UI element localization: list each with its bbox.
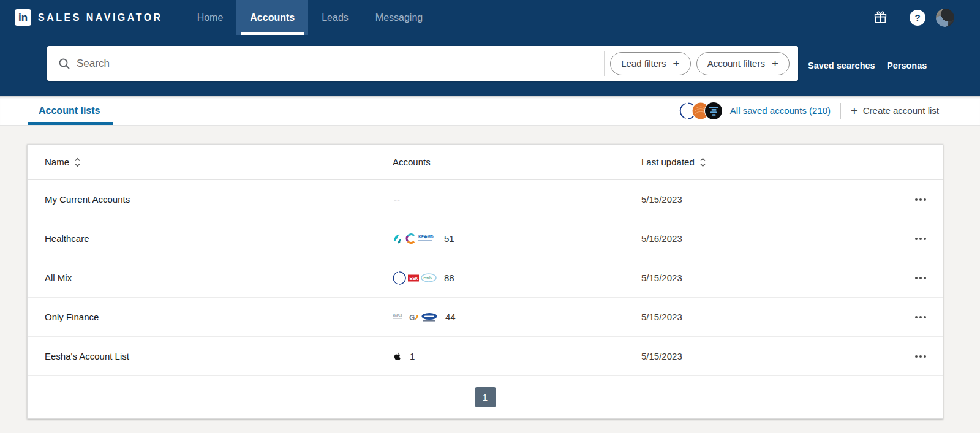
svg-text:G: G — [409, 313, 415, 322]
account-logos — [393, 351, 402, 361]
multicolor-c-logo — [405, 233, 417, 244]
account-lists-table: Name Accounts Last updated My Current Ac… — [27, 144, 943, 419]
account-filters-button[interactable]: Account filters + — [696, 52, 790, 75]
accounts-count: 51 — [444, 233, 454, 244]
nav-item-leads[interactable]: Leads — [308, 0, 362, 35]
svg-text:eads: eads — [424, 276, 433, 280]
ellipsis-dot — [919, 355, 922, 358]
ellipsis-dot — [924, 238, 926, 240]
search-card: Lead filters + Account filters + — [47, 46, 798, 81]
g-orange-logo: G — [409, 312, 419, 322]
account-list-name[interactable]: All Mix — [28, 273, 393, 283]
tabbar-actions: All saved accounts (210) + Create accoun… — [679, 96, 939, 125]
column-header-last-updated: Last updated — [641, 157, 901, 167]
create-account-list-button[interactable]: + Create account list — [851, 105, 939, 117]
account-lists-tabbar: Account lists All saved accounts (210) +… — [0, 96, 980, 126]
ellipsis-dot — [919, 277, 922, 279]
ellipsis-dot — [919, 198, 922, 201]
saved-searches-link[interactable]: Saved searches — [808, 61, 875, 70]
ellipsis-dot — [919, 316, 922, 318]
last-updated-date: 5/15/2023 — [641, 273, 901, 283]
lead-filters-label: Lead filters — [621, 58, 666, 69]
accounts-count: -- — [394, 194, 400, 205]
table-row[interactable]: All MixESKeads885/15/2023 — [28, 258, 943, 298]
lead-filters-button[interactable]: Lead filters + — [610, 52, 690, 75]
last-updated-header-label: Last updated — [641, 157, 695, 167]
ellipsis-dot — [924, 355, 926, 358]
page-1-button[interactable]: 1 — [475, 387, 496, 407]
ellipsis-dot — [915, 316, 918, 318]
accounts-count: 44 — [445, 312, 456, 322]
brand-title: SALES NAVIGATOR — [38, 12, 163, 23]
menu-cell — [901, 314, 943, 321]
plus-icon: + — [772, 58, 778, 69]
accounts-cell: MAPLEG44 — [393, 312, 641, 322]
gray-text-logo: MAPLE — [393, 314, 407, 321]
accounts-cell: ESKeads88 — [393, 271, 641, 285]
account-list-name[interactable]: My Current Accounts — [28, 194, 393, 205]
row-overflow-menu-button[interactable] — [914, 353, 927, 360]
row-overflow-menu-button[interactable] — [914, 196, 927, 203]
account-list-name[interactable]: Eesha's Account List — [28, 351, 393, 361]
sort-icon — [699, 157, 706, 167]
blue-pattern-logo — [393, 271, 406, 285]
nav-item-accounts[interactable]: Accounts — [236, 0, 308, 35]
tab-account-lists[interactable]: Account lists — [39, 96, 100, 125]
topbar-actions: ? — [873, 9, 954, 27]
ellipsis-dot — [915, 355, 918, 358]
row-overflow-menu-button[interactable] — [914, 274, 927, 282]
last-updated-date: 5/15/2023 — [641, 351, 901, 361]
account-list-name[interactable]: Healthcare — [28, 233, 393, 244]
gift-icon[interactable] — [873, 10, 888, 25]
ellipsis-dot — [915, 198, 918, 201]
nav-item-home[interactable]: Home — [184, 0, 237, 35]
accounts-count: 1 — [410, 351, 415, 361]
accounts-cell: 1 — [393, 351, 641, 361]
black-square-logo — [704, 102, 723, 120]
all-saved-accounts-link[interactable]: All saved accounts (210) — [730, 105, 831, 116]
menu-cell — [901, 235, 943, 243]
sort-by-name-button[interactable] — [74, 157, 81, 167]
personas-link[interactable]: Personas — [887, 61, 927, 70]
accounts-cell: KP✺MD51 — [393, 233, 641, 245]
ellipsis-dot — [919, 238, 922, 240]
account-filters-label: Account filters — [707, 58, 765, 69]
topbar-divider — [899, 9, 899, 26]
nav-item-messaging[interactable]: Messaging — [362, 0, 436, 35]
name-header-label: Name — [45, 157, 69, 167]
tabbar-divider — [840, 103, 841, 119]
ellipsis-dot — [915, 238, 918, 240]
tab-account-lists-label: Account lists — [39, 105, 100, 116]
table-row[interactable]: Only FinanceMAPLEG445/15/2023 — [28, 298, 943, 337]
account-rows: My Current Accounts--5/15/2023Healthcare… — [28, 180, 943, 376]
column-header-name: Name — [28, 157, 393, 167]
table-row[interactable]: My Current Accounts--5/15/2023 — [28, 180, 943, 219]
accounts-cell: -- — [393, 194, 641, 205]
pagination: 1 — [28, 376, 943, 418]
row-overflow-menu-button[interactable] — [914, 314, 927, 321]
svg-text:ESK: ESK — [410, 276, 418, 280]
linkedin-logo[interactable]: in — [15, 9, 31, 26]
user-avatar[interactable] — [936, 9, 954, 27]
account-logos: KP✺MD — [393, 233, 437, 245]
accounts-count: 88 — [444, 273, 454, 283]
table-row[interactable]: HealthcareKP✺MD515/16/2023 — [28, 219, 943, 258]
account-list-name[interactable]: Only Finance — [28, 312, 393, 322]
search-input[interactable] — [77, 58, 604, 70]
help-icon[interactable]: ? — [910, 10, 925, 26]
last-updated-date: 5/15/2023 — [641, 312, 901, 322]
account-logos: ESKeads — [393, 271, 437, 285]
menu-cell — [901, 274, 943, 282]
sort-by-last-updated-button[interactable] — [699, 157, 706, 167]
last-updated-date: 5/16/2023 — [641, 233, 901, 244]
active-tab-underline — [28, 122, 113, 125]
account-logos: MAPLEG — [393, 312, 438, 322]
top-navbar: in SALES NAVIGATOR Home Accounts Leads M… — [0, 0, 980, 35]
plus-icon: + — [673, 58, 680, 69]
last-updated-date: 5/15/2023 — [641, 194, 901, 205]
table-row[interactable]: Eesha's Account List15/15/2023 — [28, 337, 943, 376]
row-overflow-menu-button[interactable] — [914, 235, 927, 243]
svg-text:KP✺MD: KP✺MD — [418, 235, 434, 239]
plus-icon: + — [851, 105, 858, 117]
column-header-accounts: Accounts — [393, 157, 641, 167]
